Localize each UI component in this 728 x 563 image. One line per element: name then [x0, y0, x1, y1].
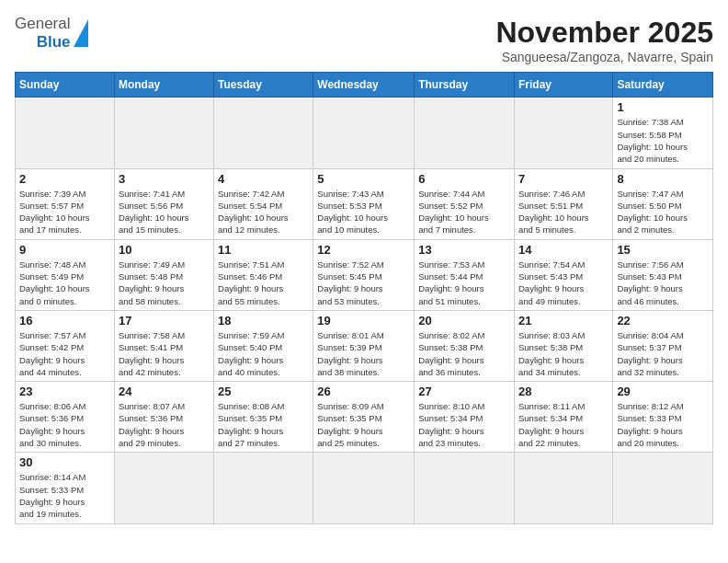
day-number: 21 — [518, 314, 609, 327]
day-number: 18 — [218, 314, 309, 327]
day-cell — [415, 98, 515, 168]
day-info: Sunrise: 7:53 AM Sunset: 5:44 PM Dayligh… — [418, 259, 510, 307]
day-cell: 28Sunrise: 8:11 AM Sunset: 5:34 PM Dayli… — [514, 382, 612, 453]
day-cell: 4Sunrise: 7:42 AM Sunset: 5:54 PM Daylig… — [214, 168, 313, 239]
calendar-table: SundayMondayTuesdayWednesdayThursdayFrid… — [15, 72, 713, 523]
day-number: 4 — [218, 172, 309, 186]
day-number: 25 — [218, 385, 309, 398]
day-cell — [313, 453, 415, 523]
day-number: 20 — [418, 314, 510, 327]
month-title: November 2025 — [495, 15, 713, 50]
day-number: 2 — [19, 172, 110, 186]
logo-blue: Blue — [37, 33, 71, 52]
day-number: 15 — [617, 243, 709, 257]
day-number: 8 — [617, 172, 709, 186]
day-cell: 13Sunrise: 7:53 AM Sunset: 5:44 PM Dayli… — [415, 239, 515, 310]
day-info: Sunrise: 7:41 AM Sunset: 5:56 PM Dayligh… — [119, 188, 210, 236]
day-cell: 7Sunrise: 7:46 AM Sunset: 5:51 PM Daylig… — [514, 168, 612, 239]
day-info: Sunrise: 7:47 AM Sunset: 5:50 PM Dayligh… — [617, 188, 709, 236]
day-number: 1 — [617, 100, 709, 114]
day-cell: 8Sunrise: 7:47 AM Sunset: 5:50 PM Daylig… — [613, 168, 713, 239]
day-cell: 15Sunrise: 7:56 AM Sunset: 5:43 PM Dayli… — [613, 239, 713, 310]
day-cell: 22Sunrise: 8:04 AM Sunset: 5:37 PM Dayli… — [613, 310, 713, 381]
day-cell: 1Sunrise: 7:38 AM Sunset: 5:58 PM Daylig… — [613, 98, 713, 168]
day-info: Sunrise: 7:43 AM Sunset: 5:53 PM Dayligh… — [317, 188, 410, 236]
day-number: 24 — [119, 385, 210, 398]
day-cell: 29Sunrise: 8:12 AM Sunset: 5:33 PM Dayli… — [613, 382, 713, 453]
column-header-saturday: Saturday — [613, 73, 713, 98]
day-cell: 11Sunrise: 7:51 AM Sunset: 5:46 PM Dayli… — [214, 239, 313, 310]
day-cell: 12Sunrise: 7:52 AM Sunset: 5:45 PM Dayli… — [313, 239, 415, 310]
day-number: 29 — [617, 385, 709, 398]
day-cell — [214, 98, 313, 168]
day-cell: 5Sunrise: 7:43 AM Sunset: 5:53 PM Daylig… — [313, 168, 415, 239]
day-cell — [16, 98, 115, 168]
day-cell: 21Sunrise: 8:03 AM Sunset: 5:38 PM Dayli… — [514, 310, 612, 381]
day-number: 9 — [19, 243, 110, 257]
day-info: Sunrise: 8:03 AM Sunset: 5:38 PM Dayligh… — [518, 329, 609, 378]
day-info: Sunrise: 7:39 AM Sunset: 5:57 PM Dayligh… — [19, 188, 110, 236]
logo: General Blue — [15, 15, 88, 52]
week-row-4: 16Sunrise: 7:57 AM Sunset: 5:42 PM Dayli… — [16, 310, 713, 381]
day-info: Sunrise: 8:06 AM Sunset: 5:36 PM Dayligh… — [19, 400, 110, 449]
day-info: Sunrise: 7:56 AM Sunset: 5:43 PM Dayligh… — [617, 259, 709, 307]
day-number: 22 — [617, 314, 709, 327]
day-info: Sunrise: 7:52 AM Sunset: 5:45 PM Dayligh… — [317, 259, 410, 307]
week-row-1: 1Sunrise: 7:38 AM Sunset: 5:58 PM Daylig… — [16, 98, 713, 168]
day-info: Sunrise: 7:51 AM Sunset: 5:46 PM Dayligh… — [218, 259, 309, 307]
day-info: Sunrise: 8:04 AM Sunset: 5:37 PM Dayligh… — [617, 329, 709, 378]
day-cell: 25Sunrise: 8:08 AM Sunset: 5:35 PM Dayli… — [214, 382, 313, 453]
day-cell: 17Sunrise: 7:58 AM Sunset: 5:41 PM Dayli… — [114, 310, 213, 381]
day-number: 12 — [317, 243, 410, 257]
day-cell: 10Sunrise: 7:49 AM Sunset: 5:48 PM Dayli… — [114, 239, 213, 310]
day-number: 7 — [518, 172, 609, 186]
day-info: Sunrise: 8:12 AM Sunset: 5:33 PM Dayligh… — [617, 400, 709, 449]
day-cell: 16Sunrise: 7:57 AM Sunset: 5:42 PM Dayli… — [16, 310, 115, 381]
day-number: 28 — [518, 385, 609, 398]
day-cell — [214, 453, 313, 523]
day-number: 6 — [418, 172, 510, 186]
day-number: 14 — [518, 243, 609, 257]
day-cell: 26Sunrise: 8:09 AM Sunset: 5:35 PM Dayli… — [313, 382, 415, 453]
week-row-6: 30Sunrise: 8:14 AM Sunset: 5:33 PM Dayli… — [16, 453, 713, 523]
day-cell: 30Sunrise: 8:14 AM Sunset: 5:33 PM Dayli… — [16, 453, 115, 523]
location: Sangueesa/Zangoza, Navarre, Spain — [495, 50, 713, 64]
day-info: Sunrise: 8:01 AM Sunset: 5:39 PM Dayligh… — [317, 329, 410, 378]
week-row-5: 23Sunrise: 8:06 AM Sunset: 5:36 PM Dayli… — [16, 382, 713, 453]
day-cell: 18Sunrise: 7:59 AM Sunset: 5:40 PM Dayli… — [214, 310, 313, 381]
column-header-tuesday: Tuesday — [214, 73, 313, 98]
day-cell: 23Sunrise: 8:06 AM Sunset: 5:36 PM Dayli… — [16, 382, 115, 453]
day-number: 16 — [19, 314, 110, 327]
day-number: 13 — [418, 243, 510, 257]
page-header: General Blue November 2025 Sangueesa/Zan… — [15, 15, 713, 64]
day-info: Sunrise: 7:48 AM Sunset: 5:49 PM Dayligh… — [19, 259, 110, 307]
day-cell: 6Sunrise: 7:44 AM Sunset: 5:52 PM Daylig… — [415, 168, 515, 239]
column-header-wednesday: Wednesday — [313, 73, 415, 98]
day-cell: 24Sunrise: 8:07 AM Sunset: 5:36 PM Dayli… — [114, 382, 213, 453]
day-info: Sunrise: 8:02 AM Sunset: 5:38 PM Dayligh… — [418, 329, 510, 378]
day-info: Sunrise: 7:38 AM Sunset: 5:58 PM Dayligh… — [617, 116, 709, 165]
day-cell: 19Sunrise: 8:01 AM Sunset: 5:39 PM Dayli… — [313, 310, 415, 381]
day-number: 19 — [317, 314, 410, 327]
logo-triangle-icon — [74, 19, 88, 47]
day-number: 3 — [119, 172, 210, 186]
calendar-header-row: SundayMondayTuesdayWednesdayThursdayFrid… — [16, 73, 713, 98]
day-info: Sunrise: 8:07 AM Sunset: 5:36 PM Dayligh… — [119, 400, 210, 449]
day-info: Sunrise: 8:10 AM Sunset: 5:34 PM Dayligh… — [418, 400, 510, 449]
day-cell — [114, 98, 213, 168]
day-info: Sunrise: 7:54 AM Sunset: 5:43 PM Dayligh… — [518, 259, 609, 307]
day-info: Sunrise: 7:46 AM Sunset: 5:51 PM Dayligh… — [518, 188, 609, 236]
day-info: Sunrise: 7:42 AM Sunset: 5:54 PM Dayligh… — [218, 188, 309, 236]
day-number: 11 — [218, 243, 309, 257]
day-cell — [514, 453, 612, 523]
day-info: Sunrise: 8:09 AM Sunset: 5:35 PM Dayligh… — [317, 400, 410, 449]
day-number: 23 — [19, 385, 110, 398]
day-number: 27 — [418, 385, 510, 398]
day-number: 26 — [317, 385, 410, 398]
day-info: Sunrise: 7:49 AM Sunset: 5:48 PM Dayligh… — [119, 259, 210, 307]
day-number: 10 — [119, 243, 210, 257]
day-cell — [114, 453, 213, 523]
day-info: Sunrise: 7:58 AM Sunset: 5:41 PM Dayligh… — [119, 329, 210, 378]
day-info: Sunrise: 8:08 AM Sunset: 5:35 PM Dayligh… — [218, 400, 309, 449]
day-info: Sunrise: 8:11 AM Sunset: 5:34 PM Dayligh… — [518, 400, 609, 449]
